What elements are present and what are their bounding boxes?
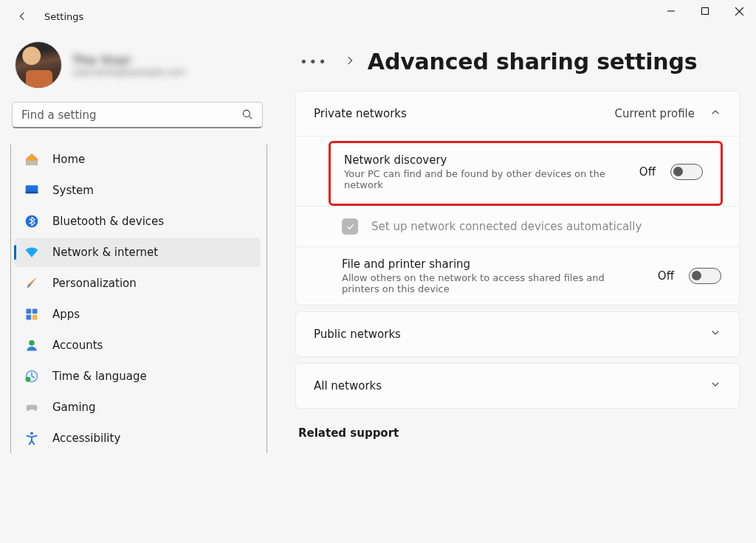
avatar — [15, 41, 62, 89]
brush-icon — [24, 276, 39, 291]
auto-setup-row: Set up network connected devices automat… — [296, 206, 739, 246]
setting-description: Allow others on the network to access sh… — [342, 272, 608, 294]
sidebar-item-label: Gaming — [52, 401, 96, 414]
sidebar-item-label: Personalization — [52, 277, 137, 290]
minimize-button[interactable] — [654, 0, 688, 22]
sidebar-item-time-language[interactable]: Time & language — [14, 362, 261, 391]
sidebar-item-apps[interactable]: Apps — [14, 300, 261, 329]
sidebar-item-home[interactable]: Home — [14, 145, 261, 174]
setting-title: File and printer sharing — [342, 257, 643, 271]
breadcrumb: ••• Advanced sharing settings — [295, 49, 740, 75]
card-title: All networks — [314, 379, 382, 392]
sidebar-item-label: System — [52, 184, 94, 197]
profile-block[interactable]: The User username@example.com — [10, 41, 267, 89]
svg-rect-9 — [32, 315, 38, 320]
svg-rect-0 — [702, 8, 709, 15]
card-title: Public networks — [314, 328, 401, 341]
back-button[interactable] — [10, 4, 34, 28]
card-title: Private networks — [314, 107, 407, 120]
svg-rect-2 — [27, 161, 38, 165]
apps-icon — [24, 307, 39, 322]
svg-point-10 — [29, 340, 35, 346]
gamepad-icon — [24, 400, 39, 415]
network-discovery-highlight: Network discovery Your PC can find and b… — [329, 141, 723, 206]
network-discovery-row: Network discovery Your PC can find and b… — [331, 143, 721, 201]
private-networks-header[interactable]: Private networks Current profile — [296, 91, 739, 136]
person-icon — [24, 338, 39, 353]
sidebar-item-label: Network & internet — [52, 246, 158, 259]
toggle-state-label: Off — [639, 165, 656, 179]
svg-rect-4 — [26, 192, 38, 194]
home-icon — [24, 152, 39, 167]
chevron-down-icon — [709, 327, 721, 342]
main-content: ••• Advanced sharing settings Private ne… — [273, 32, 756, 543]
accessibility-icon — [24, 431, 39, 446]
sidebar-item-label: Time & language — [52, 370, 147, 383]
all-networks-card: All networks — [295, 363, 740, 409]
public-networks-card: Public networks — [295, 311, 740, 357]
public-networks-header[interactable]: Public networks — [296, 312, 739, 356]
sidebar: The User username@example.com Home Syste… — [0, 32, 273, 543]
setting-title: Network discovery — [344, 153, 625, 167]
search-icon — [241, 108, 254, 124]
page-title: Advanced sharing settings — [368, 49, 698, 75]
checkbox-label: Set up network connected devices automat… — [371, 220, 642, 233]
network-discovery-toggle[interactable] — [670, 164, 703, 180]
svg-point-12 — [26, 377, 31, 382]
sidebar-item-personalization[interactable]: Personalization — [14, 269, 261, 298]
svg-point-13 — [30, 432, 33, 435]
file-printer-toggle[interactable] — [689, 268, 721, 284]
svg-rect-7 — [32, 309, 38, 314]
all-networks-header[interactable]: All networks — [296, 364, 739, 408]
system-icon — [24, 183, 39, 198]
search-input[interactable] — [12, 102, 263, 128]
auto-setup-checkbox[interactable] — [342, 218, 358, 235]
private-networks-card: Private networks Current profile Network… — [295, 91, 740, 305]
globe-clock-icon — [24, 369, 39, 384]
window-title: Settings — [44, 11, 83, 22]
profile-text: The User username@example.com — [72, 53, 185, 77]
close-button[interactable] — [722, 0, 756, 22]
sidebar-item-label: Bluetooth & devices — [52, 215, 164, 228]
maximize-button[interactable] — [688, 0, 722, 22]
bluetooth-icon — [24, 214, 39, 229]
chevron-up-icon — [709, 106, 721, 121]
sidebar-item-accessibility[interactable]: Accessibility — [14, 423, 261, 453]
breadcrumb-overflow-button[interactable]: ••• — [295, 51, 332, 72]
title-bar: Settings — [0, 0, 756, 32]
file-printer-sharing-row: File and printer sharing Allow others on… — [296, 246, 739, 305]
svg-point-1 — [243, 110, 250, 117]
sidebar-item-network[interactable]: Network & internet — [14, 238, 261, 267]
sidebar-item-label: Apps — [52, 308, 80, 321]
chevron-down-icon — [709, 378, 721, 393]
setting-description: Your PC can find and be found by other d… — [344, 168, 610, 190]
related-support-heading: Related support — [298, 426, 740, 440]
sidebar-item-label: Home — [52, 153, 85, 166]
chevron-right-icon — [344, 55, 356, 69]
svg-rect-6 — [27, 309, 32, 314]
sidebar-item-gaming[interactable]: Gaming — [14, 392, 261, 422]
wifi-icon — [24, 245, 39, 260]
sidebar-item-accounts[interactable]: Accounts — [14, 331, 261, 360]
sidebar-item-bluetooth[interactable]: Bluetooth & devices — [14, 207, 261, 236]
svg-rect-8 — [27, 315, 32, 320]
sidebar-item-system[interactable]: System — [14, 176, 261, 205]
sidebar-item-label: Accounts — [52, 339, 103, 352]
sidebar-item-label: Accessibility — [52, 432, 120, 445]
current-profile-label: Current profile — [615, 107, 695, 120]
toggle-state-label: Off — [658, 269, 674, 283]
